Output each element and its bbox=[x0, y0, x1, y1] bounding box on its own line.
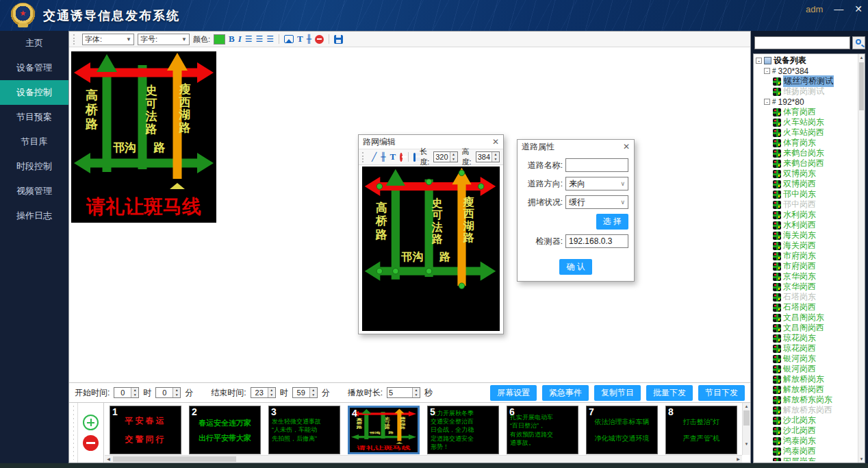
font-select[interactable]: 字体:▼ bbox=[82, 34, 134, 45]
spinner-down-icon[interactable]: ▼ bbox=[413, 393, 420, 397]
italic-button[interactable]: I bbox=[238, 34, 242, 45]
height-spinner[interactable]: 384 ▲▼ bbox=[476, 151, 500, 162]
tree-node-root[interactable]: -设备列表 bbox=[755, 56, 857, 66]
scroll-down-icon[interactable]: ▼ bbox=[858, 456, 865, 463]
tree-scrollbar[interactable]: ▲ ▼ bbox=[858, 54, 865, 463]
close-button[interactable]: ✕ bbox=[854, 3, 863, 15]
sidebar-item[interactable]: 设备控制 bbox=[0, 80, 68, 105]
playlist-item[interactable]: 3发生轻微交通事故 “人未伤，车能动 先拍照，后撤离” bbox=[268, 406, 340, 454]
edit-handle[interactable] bbox=[376, 268, 382, 273]
save-button[interactable] bbox=[413, 153, 416, 162]
start-hour-spinner[interactable]: 0▲▼ bbox=[114, 387, 139, 398]
tree-node-device[interactable]: 火车站岗西 bbox=[755, 127, 857, 138]
tree-node-device[interactable]: 来鹤台岗东 bbox=[755, 148, 857, 158]
color-swatch[interactable] bbox=[214, 34, 225, 45]
close-icon[interactable]: ✕ bbox=[623, 142, 630, 151]
spinner-down-icon[interactable]: ▼ bbox=[131, 393, 138, 397]
end-hour-spinner[interactable]: 23▲▼ bbox=[251, 387, 276, 398]
tree-node-device[interactable]: 市府岗西 bbox=[755, 261, 857, 271]
tree-node-device[interactable]: 文昌阁岗东 bbox=[755, 312, 857, 323]
spinner-up-icon[interactable]: ▲ bbox=[450, 152, 457, 157]
bold-button[interactable]: B bbox=[229, 34, 235, 45]
size-select[interactable]: 字号:▼ bbox=[138, 34, 190, 45]
direction-select[interactable]: 来向∨ bbox=[565, 177, 628, 190]
search-button[interactable] bbox=[852, 36, 865, 49]
spinner-down-icon[interactable]: ▼ bbox=[492, 157, 499, 162]
spinner-down-icon[interactable]: ▼ bbox=[173, 393, 180, 397]
line-tool-button[interactable]: ╱ bbox=[372, 152, 376, 162]
sidebar-item[interactable]: 视频管理 bbox=[0, 179, 68, 204]
tree-node-device[interactable]: 文昌阁岗西 bbox=[755, 323, 857, 333]
tree-node-device[interactable]: 维扬岗测试 bbox=[755, 86, 857, 97]
scrollbar-thumb[interactable] bbox=[743, 410, 750, 426]
align-left-icon[interactable]: ☰ bbox=[245, 34, 253, 44]
toolbar-grip[interactable] bbox=[362, 152, 365, 162]
sidebar-item[interactable]: 主页 bbox=[0, 31, 68, 56]
tree-node-device[interactable]: 解放桥东岗西 bbox=[755, 405, 857, 415]
action-button[interactable]: 紧急事件 bbox=[542, 385, 589, 401]
tree-node-device[interactable]: 火车站岗东 bbox=[755, 117, 857, 127]
playlist-item[interactable]: 4高桥路史可法路瘦西湖路邗沟路请礼让斑马线 bbox=[348, 406, 420, 454]
end-minute-spinner[interactable]: 59▲▼ bbox=[292, 387, 318, 398]
scroll-left-icon[interactable]: ◀ bbox=[105, 456, 112, 463]
scroll-right-icon[interactable]: ▶ bbox=[735, 456, 742, 463]
spinner-up-icon[interactable]: ▲ bbox=[413, 388, 420, 393]
align-right-icon[interactable]: ☰ bbox=[266, 34, 274, 44]
road-edit-canvas[interactable]: 高桥路史可法路瘦西湖路邗沟路 bbox=[362, 167, 500, 331]
remove-item-button[interactable] bbox=[83, 435, 99, 451]
sidebar-item[interactable]: 节目库 bbox=[0, 130, 68, 154]
tree-node-device[interactable]: 解放桥岗东 bbox=[755, 374, 857, 384]
tree-node-device[interactable]: 琼花岗东 bbox=[755, 333, 857, 343]
scroll-up-icon[interactable]: ▲ bbox=[858, 54, 865, 61]
playlist-item[interactable]: 8打击整治“灯 严查严管“机 bbox=[665, 406, 737, 454]
spinner-up-icon[interactable]: ▲ bbox=[173, 388, 180, 393]
start-minute-spinner[interactable]: 0▲▼ bbox=[155, 387, 181, 398]
tree-node-device[interactable]: 邗中岗西 bbox=[755, 199, 857, 210]
spinner-down-icon[interactable]: ▼ bbox=[268, 393, 275, 397]
sidebar-item[interactable]: 设备管理 bbox=[0, 56, 68, 80]
action-button[interactable]: 节目下发 bbox=[698, 385, 745, 401]
tree-node-device[interactable]: 沙北岗东 bbox=[755, 415, 857, 426]
tree-node-device[interactable]: 银河岗东 bbox=[755, 354, 857, 364]
edit-handle[interactable] bbox=[478, 184, 483, 189]
tree-node-device[interactable]: 京华岗东 bbox=[755, 271, 857, 282]
length-spinner[interactable]: 320 ▲▼ bbox=[433, 151, 457, 162]
road-diagram[interactable]: 高桥路史可法路瘦西湖路邗沟路 bbox=[362, 167, 498, 298]
user-name[interactable]: adm bbox=[806, 4, 823, 14]
tree-node-device[interactable]: 来鹤台岗西 bbox=[755, 158, 857, 169]
congestion-select[interactable]: 缓行∨ bbox=[565, 195, 628, 209]
tree-node-device[interactable]: 鸿泰岗东 bbox=[755, 436, 857, 446]
minimize-button[interactable]: — bbox=[834, 3, 843, 15]
distribute-icon[interactable]: ╫ bbox=[381, 152, 385, 162]
tree-node-device[interactable]: 邗中岗东 bbox=[755, 189, 857, 199]
confirm-button[interactable]: 确 认 bbox=[559, 259, 591, 275]
align-center-icon[interactable]: ☰ bbox=[256, 34, 264, 44]
playlist-item[interactable]: 5大力开展秋冬季 交通安全整治百 日会战，全力稳 定道路交通安全 形势！ bbox=[427, 406, 499, 454]
tree-node-device[interactable]: 琼花岗西 bbox=[755, 343, 857, 354]
playlist-vertical-scrollbar[interactable]: ▲ ▼ bbox=[742, 403, 750, 455]
tree-node-device[interactable]: 市府岗东 bbox=[755, 251, 857, 261]
edit-handle[interactable] bbox=[426, 179, 431, 184]
remove-button[interactable] bbox=[400, 153, 402, 162]
tree-node-device[interactable]: 银河岗西 bbox=[755, 364, 857, 374]
image-button[interactable] bbox=[284, 35, 294, 43]
text-tool-button[interactable]: T bbox=[390, 151, 396, 162]
edit-handle[interactable] bbox=[376, 184, 382, 189]
playlist-item[interactable]: 1平安春运 交警同行 bbox=[110, 406, 181, 454]
tree-node-group[interactable]: -#320*384 bbox=[755, 66, 857, 76]
close-icon[interactable]: ✕ bbox=[492, 137, 499, 147]
tree-node-device[interactable]: 双博岗西 bbox=[755, 179, 857, 189]
playlist-horizontal-scrollbar[interactable]: ◀ ▶ bbox=[105, 455, 742, 463]
tree-node-device[interactable]: 石塔岗东 bbox=[755, 292, 857, 302]
edit-handle[interactable] bbox=[393, 268, 398, 273]
playlist-item[interactable]: 7依法治理非标车辆 净化城市交通环境 bbox=[586, 406, 658, 454]
edit-handle[interactable] bbox=[426, 268, 431, 273]
road-name-input[interactable] bbox=[565, 158, 628, 172]
toolbar-grip[interactable] bbox=[73, 34, 76, 45]
action-button[interactable]: 屏幕设置 bbox=[490, 385, 537, 401]
spinner-up-icon[interactable]: ▲ bbox=[268, 388, 275, 393]
tree-node-group[interactable]: -#192*80 bbox=[755, 97, 857, 107]
tree-node-device[interactable]: 解放桥东岗东 bbox=[755, 395, 857, 405]
duration-spinner[interactable]: 5▲▼ bbox=[387, 387, 420, 398]
action-button[interactable]: 批量下发 bbox=[646, 385, 693, 401]
